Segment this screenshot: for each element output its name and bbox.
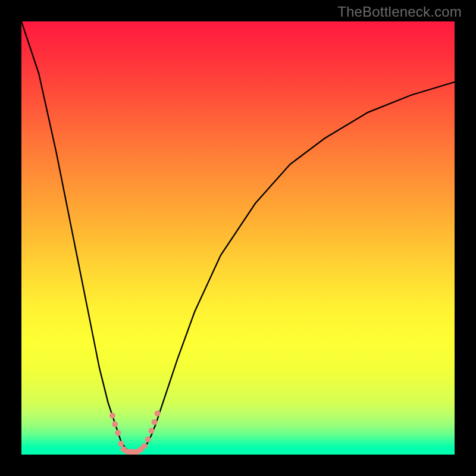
curve-marker [109,412,115,418]
curve-marker [118,441,124,447]
curve-marker [155,411,161,416]
curve-marker [148,428,154,434]
bottleneck-curve-svg [21,21,455,455]
curve-marker [145,437,151,443]
curve-marker [115,430,121,436]
curve-marker [112,421,118,427]
curve-marker [142,443,148,449]
watermark-text: TheBottleneck.com [337,4,462,20]
bottleneck-curve-path [21,21,455,452]
chart-frame: TheBottleneck.com [0,0,476,476]
curve-marker [152,419,158,425]
curve-markers [109,411,161,455]
plot-area [21,21,455,455]
